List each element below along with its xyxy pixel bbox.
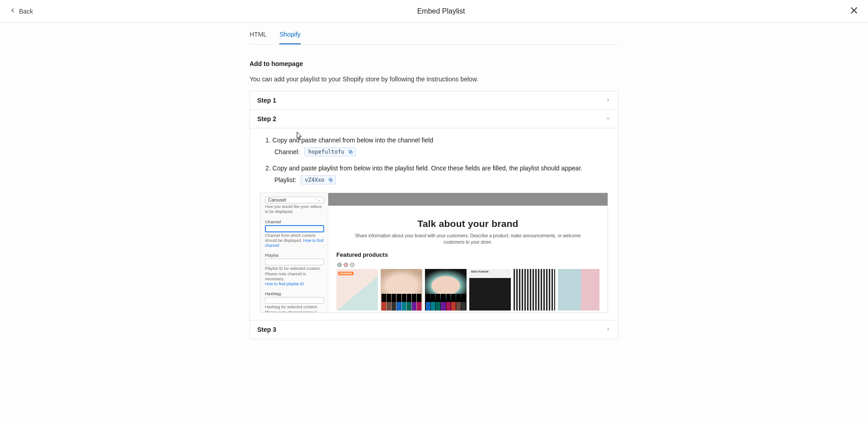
chevron-right-icon: [605, 97, 611, 104]
swatch-icon: [344, 263, 348, 267]
step-3: Step 3: [250, 320, 618, 339]
preview-featured: Featured products: [328, 251, 608, 311]
playlist-code[interactable]: vZ4Xxo: [301, 175, 335, 184]
channel-value: hopefultofu: [308, 149, 344, 155]
embed-tabs: HTML Shopify: [250, 26, 618, 45]
shopify-settings-panel: Carousel ⌃⌄ How you would like your vide…: [260, 193, 328, 312]
chevron-right-icon: [605, 326, 611, 333]
product-grid: [336, 269, 599, 311]
product-tile: [381, 269, 422, 311]
preview-featured-title: Featured products: [336, 251, 599, 258]
swatch-icon: [337, 263, 342, 267]
chevron-left-icon: [9, 7, 16, 15]
preview-hero-subtitle: Share information about your brand with …: [346, 233, 590, 245]
section-title: Add to homepage: [250, 60, 618, 67]
copy-icon: [328, 178, 333, 183]
chevron-down-icon: [605, 115, 611, 122]
channel-field-help: Channel from which content should be dis…: [265, 233, 324, 249]
playlist-field-label: Playlist: [265, 253, 324, 258]
display-mode-select: Carousel ⌃⌄: [265, 197, 324, 203]
display-mode-value: Carousel: [268, 198, 286, 203]
step-1: Step 1: [250, 91, 618, 109]
channel-label: Channel:: [274, 148, 300, 155]
step-2-body: 1. Copy and paste channel from below int…: [250, 128, 618, 320]
step-3-label: Step 3: [257, 326, 276, 333]
tab-shopify[interactable]: Shopify: [279, 26, 301, 44]
shopify-store-preview: Talk about your brand Share information …: [328, 193, 608, 312]
product-tile: [514, 269, 555, 311]
hashtag-field-label: Hashtag: [265, 291, 324, 296]
step-1-header[interactable]: Step 1: [250, 91, 618, 109]
close-button[interactable]: [849, 5, 859, 17]
color-swatches: [336, 263, 599, 267]
close-icon: [849, 9, 859, 17]
modal-header: Back Embed Playlist: [0, 0, 868, 23]
step-1-label: Step 1: [257, 97, 276, 104]
channel-field-input: [265, 225, 324, 232]
tab-html[interactable]: HTML: [250, 26, 267, 44]
step-2: Step 2 1. Copy and paste channel from be…: [250, 109, 618, 320]
preview-hero-title: Talk about your brand: [346, 218, 590, 229]
playlist-label: Playlist:: [274, 176, 296, 184]
channel-field-label: Channel: [265, 219, 324, 224]
step-2-header[interactable]: Step 2: [250, 110, 618, 128]
page-body: HTML Shopify Add to homepage You can add…: [250, 26, 618, 357]
step-3-header[interactable]: Step 3: [250, 320, 618, 339]
preview-hero: Talk about your brand Share information …: [328, 206, 608, 251]
copy-icon: [348, 150, 353, 155]
playlist-field-help: Playlist ID for selected content. Please…: [265, 266, 324, 287]
how-to-find-playlist-link: How to find playlist ID: [265, 282, 304, 286]
step-2-label: Step 2: [257, 115, 276, 122]
playlist-value: vZ4Xxo: [305, 177, 324, 183]
steps-accordion: Step 1 Step 2 1. Copy and paste channel …: [250, 91, 618, 339]
preview-header-bar: [328, 193, 608, 206]
shopify-screenshot: Carousel ⌃⌄ How you would like your vide…: [260, 193, 608, 313]
product-tile: [336, 269, 378, 311]
display-mode-help: How you would like your videos to be dis…: [265, 204, 324, 215]
hashtag-field-help: Hashtag for selected content. Please not…: [265, 305, 324, 312]
back-button[interactable]: Back: [9, 7, 33, 15]
page-title: Embed Playlist: [417, 7, 465, 15]
section-description: You can add your playlist to your Shopif…: [250, 75, 618, 83]
product-tile: [558, 269, 599, 311]
back-label: Back: [19, 8, 33, 15]
chevron-up-down-icon: ⌃⌄: [315, 198, 321, 202]
step-2-instruction-1: 1. Copy and paste channel from below int…: [265, 137, 608, 144]
product-tile: [425, 269, 467, 311]
hashtag-field-input: [265, 297, 324, 304]
swatch-icon: [350, 263, 354, 267]
step-2-instruction-2: 2. Copy and paste playlist from below in…: [265, 165, 608, 172]
product-tile: [469, 269, 511, 311]
channel-code[interactable]: hopefultofu: [304, 147, 355, 156]
playlist-field-input: [265, 259, 324, 265]
